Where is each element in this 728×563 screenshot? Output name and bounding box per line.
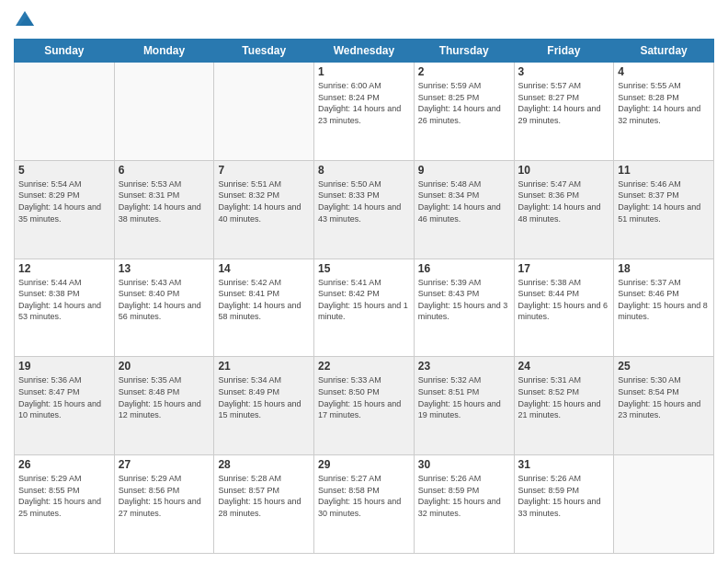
day-number: 7	[218, 164, 310, 177]
day-info: Sunrise: 5:34 AMSunset: 8:49 PMDaylight:…	[218, 374, 310, 420]
day-info: Sunrise: 6:00 AMSunset: 8:24 PMDaylight:…	[318, 80, 410, 126]
day-info: Sunrise: 5:53 AMSunset: 8:31 PMDaylight:…	[119, 178, 210, 224]
calendar-cell-4-6	[614, 455, 714, 554]
day-info: Sunrise: 5:47 AMSunset: 8:36 PMDaylight:…	[518, 178, 610, 224]
day-number: 16	[418, 262, 510, 275]
calendar-cell-4-1: 27Sunrise: 5:29 AMSunset: 8:56 PMDayligh…	[114, 455, 214, 554]
day-info: Sunrise: 5:26 AMSunset: 8:59 PMDaylight:…	[418, 473, 510, 519]
day-number: 12	[18, 262, 110, 275]
day-info: Sunrise: 5:31 AMSunset: 8:52 PMDaylight:…	[518, 374, 610, 420]
day-number: 10	[518, 164, 610, 177]
calendar-cell-1-0: 5Sunrise: 5:54 AMSunset: 8:29 PMDaylight…	[15, 160, 115, 259]
calendar-cell-0-1	[114, 63, 214, 161]
calendar-cell-1-1: 6Sunrise: 5:53 AMSunset: 8:31 PMDaylight…	[114, 160, 214, 259]
day-info: Sunrise: 5:54 AMSunset: 8:29 PMDaylight:…	[18, 178, 110, 224]
calendar-cell-2-4: 16Sunrise: 5:39 AMSunset: 8:43 PMDayligh…	[414, 259, 514, 357]
day-info: Sunrise: 5:50 AMSunset: 8:33 PMDaylight:…	[318, 178, 410, 224]
calendar-cell-3-3: 22Sunrise: 5:33 AMSunset: 8:50 PMDayligh…	[314, 357, 415, 455]
day-number: 20	[119, 360, 210, 373]
day-info: Sunrise: 5:39 AMSunset: 8:43 PMDaylight:…	[418, 277, 510, 323]
page: SundayMondayTuesdayWednesdayThursdayFrid…	[0, 0, 728, 563]
day-number: 23	[418, 360, 510, 373]
day-info: Sunrise: 5:55 AMSunset: 8:28 PMDaylight:…	[618, 80, 710, 126]
calendar-cell-4-0: 26Sunrise: 5:29 AMSunset: 8:55 PMDayligh…	[15, 455, 115, 554]
day-number: 9	[418, 164, 510, 177]
week-row-1: 1Sunrise: 6:00 AMSunset: 8:24 PMDaylight…	[15, 63, 714, 161]
day-info: Sunrise: 5:44 AMSunset: 8:38 PMDaylight:…	[18, 277, 110, 323]
weekday-wednesday: Wednesday	[314, 40, 415, 63]
calendar-cell-1-5: 10Sunrise: 5:47 AMSunset: 8:36 PMDayligh…	[514, 160, 614, 259]
day-number: 24	[518, 360, 610, 373]
day-number: 14	[218, 262, 310, 275]
day-number: 13	[119, 262, 210, 275]
calendar-cell-0-0	[15, 63, 115, 161]
day-info: Sunrise: 5:42 AMSunset: 8:41 PMDaylight:…	[218, 277, 310, 323]
day-number: 8	[318, 164, 410, 177]
day-number: 28	[218, 458, 310, 471]
weekday-saturday: Saturday	[614, 40, 714, 63]
day-number: 29	[318, 458, 410, 471]
day-number: 18	[618, 262, 710, 275]
day-info: Sunrise: 5:33 AMSunset: 8:50 PMDaylight:…	[318, 374, 410, 420]
calendar-cell-2-0: 12Sunrise: 5:44 AMSunset: 8:38 PMDayligh…	[15, 259, 115, 357]
day-info: Sunrise: 5:30 AMSunset: 8:54 PMDaylight:…	[618, 374, 710, 420]
day-info: Sunrise: 5:28 AMSunset: 8:57 PMDaylight:…	[218, 473, 310, 519]
day-number: 11	[618, 164, 710, 177]
day-number: 30	[418, 458, 510, 471]
day-info: Sunrise: 5:32 AMSunset: 8:51 PMDaylight:…	[418, 374, 510, 420]
day-info: Sunrise: 5:41 AMSunset: 8:42 PMDaylight:…	[318, 277, 410, 323]
day-number: 17	[518, 262, 610, 275]
calendar-cell-3-4: 23Sunrise: 5:32 AMSunset: 8:51 PMDayligh…	[414, 357, 514, 455]
calendar-cell-2-6: 18Sunrise: 5:37 AMSunset: 8:46 PMDayligh…	[614, 259, 714, 357]
calendar-cell-0-6: 4Sunrise: 5:55 AMSunset: 8:28 PMDaylight…	[614, 63, 714, 161]
day-number: 5	[18, 164, 110, 177]
logo	[14, 9, 40, 31]
day-number: 27	[119, 458, 210, 471]
day-info: Sunrise: 5:27 AMSunset: 8:58 PMDaylight:…	[318, 473, 410, 519]
calendar-table: SundayMondayTuesdayWednesdayThursdayFrid…	[14, 39, 714, 554]
header	[14, 9, 714, 31]
calendar-cell-0-2	[214, 63, 314, 161]
calendar-cell-0-4: 2Sunrise: 5:59 AMSunset: 8:25 PMDaylight…	[414, 63, 514, 161]
week-row-5: 26Sunrise: 5:29 AMSunset: 8:55 PMDayligh…	[15, 455, 714, 554]
day-number: 26	[18, 458, 110, 471]
day-number: 3	[518, 65, 610, 78]
calendar-cell-1-6: 11Sunrise: 5:46 AMSunset: 8:37 PMDayligh…	[614, 160, 714, 259]
calendar-cell-2-1: 13Sunrise: 5:43 AMSunset: 8:40 PMDayligh…	[114, 259, 214, 357]
day-info: Sunrise: 5:59 AMSunset: 8:25 PMDaylight:…	[418, 80, 510, 126]
calendar-cell-3-5: 24Sunrise: 5:31 AMSunset: 8:52 PMDayligh…	[514, 357, 614, 455]
calendar-cell-4-2: 28Sunrise: 5:28 AMSunset: 8:57 PMDayligh…	[214, 455, 314, 554]
day-number: 1	[318, 65, 410, 78]
day-info: Sunrise: 5:29 AMSunset: 8:55 PMDaylight:…	[18, 473, 110, 519]
calendar-cell-4-3: 29Sunrise: 5:27 AMSunset: 8:58 PMDayligh…	[314, 455, 415, 554]
day-info: Sunrise: 5:46 AMSunset: 8:37 PMDaylight:…	[618, 178, 710, 224]
day-number: 25	[618, 360, 710, 373]
day-number: 31	[518, 458, 610, 471]
logo-icon	[14, 9, 36, 31]
calendar-cell-3-1: 20Sunrise: 5:35 AMSunset: 8:48 PMDayligh…	[114, 357, 214, 455]
week-row-4: 19Sunrise: 5:36 AMSunset: 8:47 PMDayligh…	[15, 357, 714, 455]
weekday-sunday: Sunday	[15, 40, 115, 63]
day-info: Sunrise: 5:37 AMSunset: 8:46 PMDaylight:…	[618, 277, 710, 323]
week-row-2: 5Sunrise: 5:54 AMSunset: 8:29 PMDaylight…	[15, 160, 714, 259]
weekday-friday: Friday	[514, 40, 614, 63]
day-number: 2	[418, 65, 510, 78]
day-number: 6	[119, 164, 210, 177]
calendar-cell-0-3: 1Sunrise: 6:00 AMSunset: 8:24 PMDaylight…	[314, 63, 415, 161]
calendar-cell-3-2: 21Sunrise: 5:34 AMSunset: 8:49 PMDayligh…	[214, 357, 314, 455]
calendar-cell-1-3: 8Sunrise: 5:50 AMSunset: 8:33 PMDaylight…	[314, 160, 415, 259]
day-number: 4	[618, 65, 710, 78]
day-info: Sunrise: 5:36 AMSunset: 8:47 PMDaylight:…	[18, 374, 110, 420]
weekday-header-row: SundayMondayTuesdayWednesdayThursdayFrid…	[15, 40, 714, 63]
day-info: Sunrise: 5:43 AMSunset: 8:40 PMDaylight:…	[119, 277, 210, 323]
week-row-3: 12Sunrise: 5:44 AMSunset: 8:38 PMDayligh…	[15, 259, 714, 357]
day-info: Sunrise: 5:26 AMSunset: 8:59 PMDaylight:…	[518, 473, 610, 519]
weekday-monday: Monday	[114, 40, 214, 63]
calendar-cell-2-2: 14Sunrise: 5:42 AMSunset: 8:41 PMDayligh…	[214, 259, 314, 357]
calendar-cell-3-0: 19Sunrise: 5:36 AMSunset: 8:47 PMDayligh…	[15, 357, 115, 455]
weekday-thursday: Thursday	[414, 40, 514, 63]
calendar-cell-2-5: 17Sunrise: 5:38 AMSunset: 8:44 PMDayligh…	[514, 259, 614, 357]
calendar-cell-4-4: 30Sunrise: 5:26 AMSunset: 8:59 PMDayligh…	[414, 455, 514, 554]
day-info: Sunrise: 5:57 AMSunset: 8:27 PMDaylight:…	[518, 80, 610, 126]
weekday-tuesday: Tuesday	[214, 40, 314, 63]
